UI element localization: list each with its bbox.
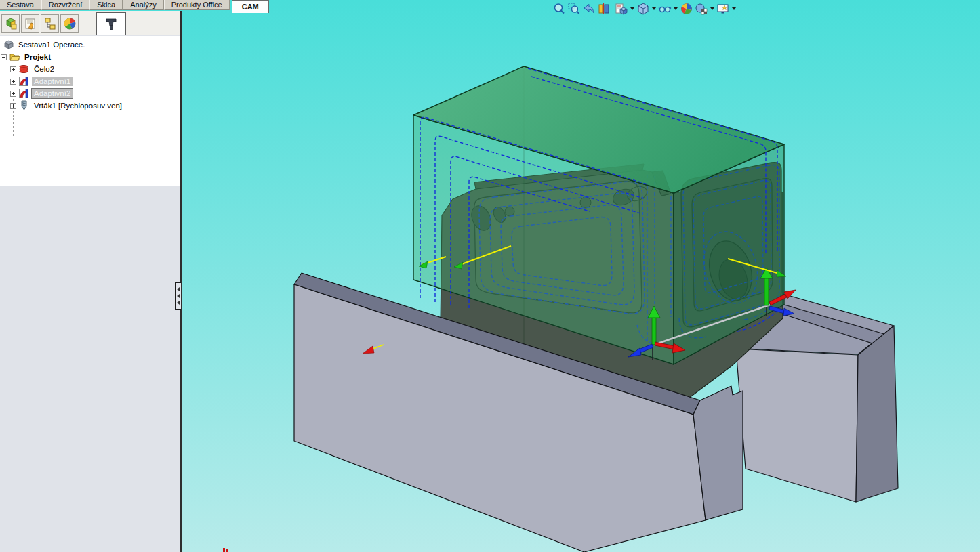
apply-scene-dropdown[interactable] [709,1,716,16]
tree-row-label: Vrták1 [Rychloposuv ven] [32,101,124,110]
display-style-dropdown[interactable] [651,1,657,16]
apply-scene-button[interactable] [694,1,709,16]
cam-tool-icon [104,16,119,33]
tab-cam[interactable]: CAM [232,0,269,13]
collapse-arrow-icon [177,301,180,305]
cam-operation-tree: Sestava1 Operace. Projekt [0,36,180,186]
previous-view-button[interactable] [581,1,596,16]
collapse-arrow-icon [177,294,180,298]
adaptive-operation-icon [18,76,30,87]
display-manager-icon [63,17,77,30]
zoom-to-fit-button[interactable] [552,1,567,16]
folder-open-icon [9,51,20,62]
expand-expander-icon[interactable] [10,103,16,109]
ribbon-tab-bar: Sestava Rozvržení Skica Analýzy Produkty… [0,0,269,11]
feature-manager-panel: Sestava1 Operace. Projekt [0,11,182,552]
assembly-operations-icon [3,39,14,50]
display-style-button[interactable] [636,1,651,16]
tab-rozvrzeni[interactable]: Rozvržení [41,0,90,10]
tree-row-label: Adaptivní2 [32,89,73,98]
facing-operation-icon [18,64,30,75]
feature-manager-icon [4,17,18,30]
adaptive-operation-icon [18,88,30,99]
section-view-icon [597,2,611,16]
expand-expander-icon[interactable] [10,66,16,72]
tree-row-sestava1-operace[interactable]: Sestava1 Operace. [0,39,180,51]
collapse-arrow-icon [177,287,180,291]
tree-row-celo2[interactable]: Čelo2 [0,63,180,75]
property-manager-icon [24,17,37,30]
tree-row-vrtak1[interactable]: Vrták1 [Rychloposuv ven] [0,100,180,112]
collapse-expander-icon[interactable] [1,54,7,60]
feature-manager-tab[interactable] [1,14,20,33]
expand-expander-icon[interactable] [10,91,16,97]
cam-operation-tree-tab[interactable] [96,12,126,35]
edit-appearance-icon [680,2,693,16]
tree-row-adaptivni2[interactable]: Adaptivní2 [0,87,180,100]
view-settings-icon [716,2,730,16]
view-settings-button[interactable] [716,1,731,16]
tree-row-adaptivni1[interactable]: Adaptivní1 [0,75,180,87]
hide-show-items-dropdown[interactable] [672,1,679,16]
section-view-button[interactable] [596,1,611,16]
apply-scene-icon [695,2,708,16]
panel-collapse-handle[interactable] [175,282,181,310]
expand-expander-icon[interactable] [10,79,16,85]
drill-operation-icon [18,100,30,111]
tree-row-projekt[interactable]: Projekt [0,51,180,63]
view-orientation-dropdown[interactable] [629,1,636,16]
tree-row-label: Adaptivní1 [32,77,73,86]
tab-produkty-office[interactable]: Produkty Office [164,0,230,10]
view-orientation-button[interactable] [614,1,629,16]
edit-appearance-button[interactable] [679,1,694,16]
tree-row-label: Čelo2 [32,64,56,74]
tab-sestava[interactable]: Sestava [0,0,41,10]
tab-skica[interactable]: Skica [89,0,123,10]
zoom-to-area-button[interactable] [567,1,581,16]
hide-show-items-button[interactable] [657,1,672,16]
solidworks-cam-window: Sestava Rozvržení Skica Analýzy Produkty… [0,0,980,552]
configuration-manager-tab[interactable] [41,14,59,33]
tab-analyzy[interactable]: Analýzy [123,0,164,10]
hide-show-items-icon [658,2,672,16]
manager-tab-strip [0,11,180,35]
tree-row-label: Sestava1 Operace. [16,40,87,49]
previous-view-icon [582,2,596,16]
display-manager-tab[interactable] [60,14,79,33]
view-orientation-icon [615,2,628,16]
heads-up-view-toolbar [552,1,737,16]
panel-divider[interactable] [180,11,182,552]
property-manager-tab[interactable] [21,14,39,33]
tree-row-label: Projekt [22,52,53,62]
configuration-manager-icon [43,17,57,30]
view-settings-dropdown[interactable] [731,1,737,16]
zoom-to-area-icon [567,2,581,16]
display-style-icon [636,2,650,16]
zoom-to-fit-icon [552,2,566,16]
